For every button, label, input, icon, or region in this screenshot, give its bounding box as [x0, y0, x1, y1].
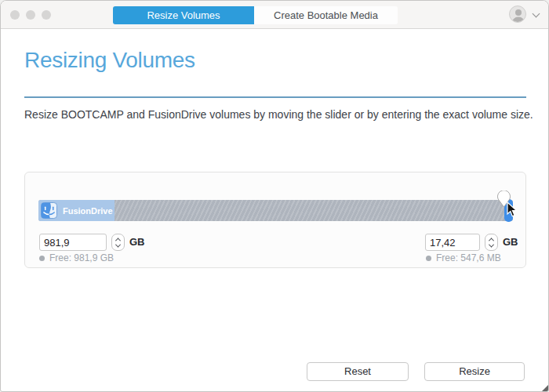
left-unit-label: GB — [129, 236, 145, 248]
chevron-down-icon — [533, 10, 540, 18]
page-title: Resizing Volumes — [24, 48, 195, 73]
left-size-input[interactable] — [39, 234, 107, 251]
reset-button[interactable]: Reset — [307, 362, 409, 381]
left-free-indicator: Free: 981,9 GB — [39, 252, 114, 263]
account-menu[interactable] — [509, 5, 540, 25]
right-unit-label: GB — [503, 236, 518, 248]
tab-create-bootable-media[interactable]: Create Bootable Media — [254, 6, 398, 24]
stepper-down-icon[interactable] — [115, 241, 121, 247]
close-window-icon[interactable] — [10, 10, 20, 20]
right-size-stepper[interactable] — [485, 234, 498, 251]
resize-button[interactable]: Resize — [424, 362, 525, 381]
slider-track[interactable]: FusionDrive — [38, 200, 513, 221]
user-icon — [510, 6, 526, 23]
tab-resize-volumes[interactable]: Resize Volumes — [113, 6, 254, 24]
titlebar: Resize Volumes Create Bootable Media — [1, 1, 548, 29]
window-resize-grip[interactable] — [542, 385, 548, 391]
left-size-stepper[interactable] — [111, 234, 125, 251]
volume-label-chip: FusionDrive — [38, 200, 115, 221]
right-free-label: Free: 547,6 MB — [436, 252, 501, 263]
finder-icon — [41, 202, 57, 219]
zoom-window-icon[interactable] — [42, 10, 51, 20]
app-window: Resize Volumes Create Bootable Media Res… — [0, 0, 549, 392]
volume-panel: FusionDrive GB Free: 981,9 GB GB — [24, 172, 526, 268]
right-free-indicator: Free: 547,6 MB — [426, 252, 501, 263]
free-dot-icon — [39, 256, 45, 261]
tab-bar: Resize Volumes Create Bootable Media — [113, 6, 398, 24]
left-free-label: Free: 981,9 GB — [49, 252, 114, 263]
stepper-down-icon[interactable] — [489, 241, 494, 247]
volume-name: FusionDrive — [63, 206, 113, 216]
title-divider — [24, 96, 526, 98]
right-size-input[interactable] — [425, 234, 480, 251]
pointer-cursor-icon — [507, 201, 518, 218]
free-dot-icon — [426, 256, 431, 261]
minimize-window-icon[interactable] — [26, 10, 35, 20]
avatar[interactable] — [509, 5, 526, 23]
page-description: Resize BOOTCAMP and FusionDrive volumes … — [24, 108, 534, 121]
